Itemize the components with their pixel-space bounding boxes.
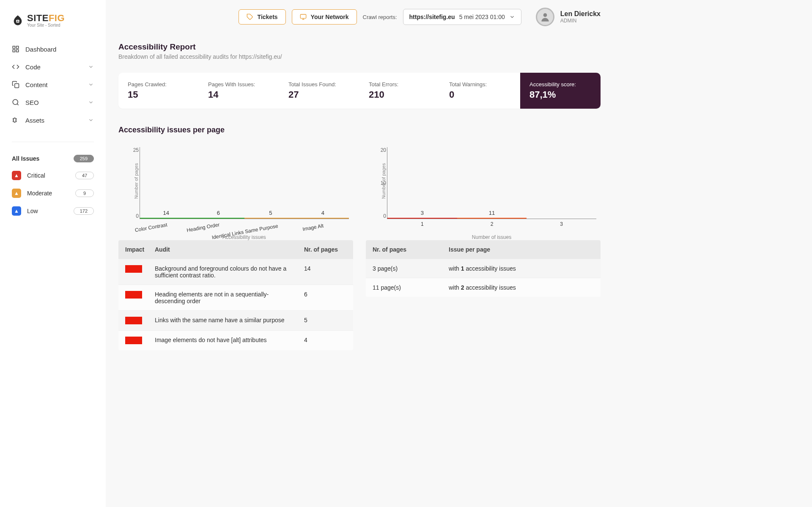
stat-total-errors: Total Errors: 210 [359, 73, 440, 109]
page-title: Accessibility Report [118, 42, 601, 52]
puzzle-icon [12, 116, 19, 124]
chart-x-label: Number of issues [387, 234, 596, 240]
chart-area: 31 112 3 [387, 147, 596, 219]
button-label: Tickets [258, 14, 278, 20]
chart-tick: 25 [129, 147, 139, 153]
chevron-down-icon [88, 64, 94, 70]
td-audit: Image elements do not have [alt] attribu… [155, 337, 304, 343]
chevron-down-icon [88, 82, 94, 88]
td-audit: Background and foreground colours do not… [155, 265, 304, 279]
impact-indicator [125, 291, 142, 299]
issues-low-count: 172 [74, 207, 94, 215]
logo[interactable]: SITEFIG Your Site - Sorted [0, 8, 106, 36]
td-pages: 11 page(s) [373, 284, 449, 291]
bar-category: Heading Order [186, 222, 220, 233]
crawl-date: 5 mei 2023 01:00 [459, 14, 505, 20]
logo-icon [12, 14, 24, 26]
bar-category: Color Contrast [134, 222, 168, 233]
button-label: Your Network [311, 14, 349, 20]
nav-seo[interactable]: SEO [0, 93, 106, 111]
impact-indicator [125, 337, 142, 344]
chart-issues-per-audit: Number of pages 25 0 14Color Contrast 6H… [118, 143, 353, 350]
table-row[interactable]: Image elements do not have [alt] attribu… [118, 330, 353, 350]
bar-value: 14 [163, 210, 169, 216]
svg-rect-5 [16, 50, 19, 52]
main-nav: Dashboard Code Content SEO Assets [0, 36, 106, 133]
monitor-icon [300, 14, 307, 20]
grid-icon [12, 45, 19, 53]
issues-all[interactable]: All Issues 259 [8, 151, 97, 167]
svg-rect-3 [16, 46, 19, 48]
issues-critical-count: 47 [75, 172, 94, 179]
user-name: Len Dierickx [560, 10, 601, 18]
tickets-button[interactable]: Tickets [239, 9, 286, 25]
bar-category: Image Alt [302, 223, 324, 232]
chart-tick: 0 [129, 213, 139, 219]
issues-moderate-label: Moderate [27, 190, 75, 197]
crawl-url: https://sitefig.eu [409, 14, 455, 20]
impact-indicator [125, 265, 142, 273]
th-impact: Impact [125, 246, 155, 253]
pages-table: Nr. of pages Issue per page 3 page(s) wi… [366, 240, 601, 297]
svg-rect-2 [13, 46, 15, 48]
logo-text-site: SITE [27, 13, 49, 23]
td-pages: 5 [304, 317, 346, 323]
stats-bar: Pages Crawled: 15 Pages With Issues: 14 … [118, 73, 601, 109]
svg-point-13 [543, 13, 547, 17]
nav-code[interactable]: Code [0, 58, 106, 76]
td-audit: Heading elements are not in a sequential… [155, 291, 304, 304]
chart-area: 14Color Contrast 6Heading Order 5Identic… [140, 147, 349, 219]
svg-rect-6 [15, 84, 19, 88]
chart-pages-per-issue-count: Number of pages 20 10 0 31 112 3 Number … [366, 143, 601, 350]
topbar: Tickets Your Network Crawl reports: http… [118, 0, 601, 34]
nav-content[interactable]: Content [0, 76, 106, 93]
issues-low[interactable]: ▲ Low 172 [8, 202, 97, 220]
bar-value: 6 [217, 210, 220, 216]
triangle-alert-icon: ▲ [12, 206, 21, 216]
stat-pages-with-issues: Pages With Issues: 14 [199, 73, 279, 109]
td-audit: Links with the same name have a similar … [155, 317, 304, 323]
network-button[interactable]: Your Network [292, 9, 357, 25]
chart-bar [140, 218, 192, 219]
nav-label: Assets [25, 117, 88, 124]
issues-critical[interactable]: ▲ Critical 47 [8, 167, 97, 184]
user-menu[interactable]: Len Dierickx ADMIN [536, 8, 601, 26]
page-subtitle: Breakdown of all failed accessibility au… [118, 53, 601, 60]
logo-subtitle: Your Site - Sorted [27, 23, 65, 27]
avatar [536, 8, 554, 26]
stat-label: Total Issues Found: [288, 81, 350, 88]
tag-icon [247, 14, 253, 20]
th-pages: Nr. of pages [373, 246, 449, 253]
main: Tickets Your Network Crawl reports: http… [106, 0, 613, 507]
td-issue: with 1 accessibility issues [449, 265, 594, 272]
chevron-down-icon [509, 14, 515, 20]
th-pages: Nr. of pages [304, 246, 346, 253]
stat-value: 14 [208, 89, 270, 100]
table-row[interactable]: Heading elements are not in a sequential… [118, 285, 353, 310]
crawl-reports-label: Crawl reports: [363, 14, 397, 20]
logo-text-fig: FIG [49, 13, 65, 23]
issues-moderate[interactable]: ▲ Moderate 9 [8, 184, 97, 202]
nav-assets[interactable]: Assets [0, 111, 106, 129]
bar-value: 5 [269, 210, 272, 216]
stat-value: 0 [449, 89, 511, 100]
th-issue: Issue per page [449, 246, 594, 253]
stat-label: Pages Crawled: [128, 81, 189, 88]
chevron-down-icon [88, 99, 94, 105]
stat-label: Pages With Issues: [208, 81, 270, 88]
table-row[interactable]: Background and foreground colours do not… [118, 259, 353, 285]
crawl-report-select[interactable]: https://sitefig.eu 5 mei 2023 01:00 [403, 9, 521, 25]
separator [12, 142, 94, 142]
nav-dashboard[interactable]: Dashboard [0, 40, 106, 58]
table-row[interactable]: 3 page(s) with 1 accessibility issues [366, 259, 601, 278]
nav-label: Code [25, 63, 88, 71]
table-row[interactable]: 11 page(s) with 2 accessibility issues [366, 278, 601, 297]
issues-all-count: 259 [74, 155, 94, 162]
nav-label: SEO [25, 99, 88, 106]
table-row[interactable]: Links with the same name have a similar … [118, 310, 353, 330]
stat-value: 210 [369, 89, 431, 100]
issues-critical-label: Critical [27, 172, 75, 179]
td-issue: with 2 accessibility issues [449, 284, 594, 291]
td-pages: 6 [304, 291, 346, 298]
search-icon [12, 99, 19, 106]
